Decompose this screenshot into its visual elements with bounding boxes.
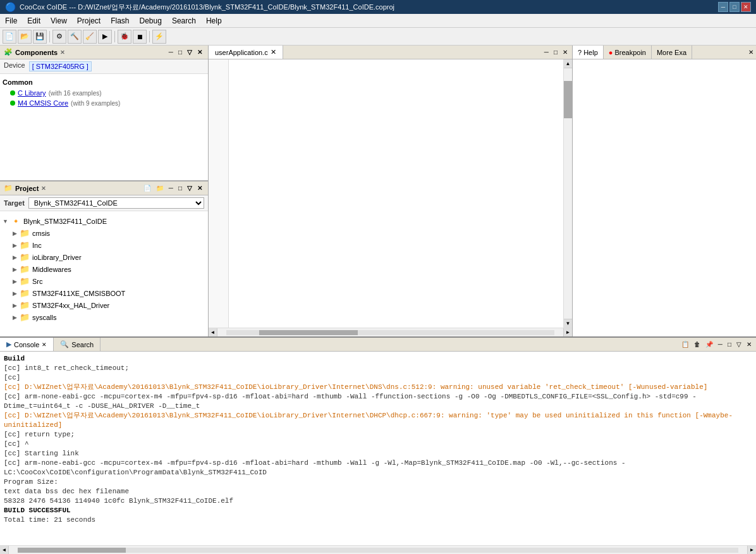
project-close[interactable]: ✕ — [195, 184, 204, 192]
toolbar-new[interactable]: 📄 — [3, 30, 16, 44]
toolbar-sep3 — [149, 31, 150, 42]
console-maximize[interactable]: □ — [726, 340, 733, 348]
vscroll-down[interactable]: ▼ — [564, 319, 572, 328]
editor-vscroll[interactable]: ▲ ▼ — [563, 59, 572, 328]
clib-label[interactable]: C Library — [18, 89, 46, 97]
minimize-button[interactable]: ─ — [718, 2, 728, 12]
menu-project[interactable]: Project — [72, 14, 106, 27]
titlebar-left: 🔵 CooCox CoIDE --- D:/WIZnet/업무자료/Academ… — [5, 2, 394, 12]
project-folder-src[interactable]: ▶📁Src — [3, 275, 205, 287]
toolbar-build[interactable]: 🔨 — [68, 30, 82, 44]
hscroll-thumb[interactable] — [259, 330, 358, 335]
project-minimize[interactable]: ─ — [167, 184, 175, 192]
code-content[interactable] — [229, 59, 563, 328]
console-btn3[interactable]: 📌 — [704, 340, 715, 348]
components-minimize[interactable]: ─ — [167, 48, 175, 56]
project-root: ▼ 🔸 Blynk_STM32F411_CoIDE ▶📁cmsis▶📁Inc▶📁… — [3, 214, 205, 324]
editor-tab-userapplication[interactable]: userApplication.c ✕ — [209, 46, 283, 59]
menu-view[interactable]: View — [46, 14, 72, 27]
menu-edit[interactable]: Edit — [22, 14, 46, 27]
right-tab-close[interactable]: ✕ — [748, 49, 756, 56]
console-copy[interactable]: 📋 — [680, 340, 691, 348]
menu-file[interactable]: File — [0, 14, 22, 27]
bottom-hscroll-track[interactable] — [18, 548, 738, 553]
editor-tab-close[interactable]: ✕ — [271, 48, 276, 56]
project-maximize[interactable]: □ — [176, 184, 184, 192]
project-folder-syscalls[interactable]: ▶📁syscalls — [3, 311, 205, 323]
bottom-hscroll-right[interactable]: ► — [747, 546, 756, 555]
maximize-button[interactable]: □ — [729, 2, 740, 12]
hscroll-left[interactable]: ◄ — [209, 328, 217, 337]
cmsis-note: (with 9 examples) — [71, 100, 120, 107]
project-close-icon[interactable]: ✕ — [41, 185, 46, 192]
right-tabs: ? Help ● Breakpoin More Exa ✕ — [573, 46, 756, 59]
editor-minimize[interactable]: ─ — [542, 48, 551, 56]
bottom-hscroll[interactable]: ◄ ► — [0, 545, 756, 554]
titlebar-controls: ─ □ ✕ — [718, 2, 751, 12]
menu-search[interactable]: Search — [167, 14, 201, 27]
toolbar-open[interactable]: 📂 — [18, 30, 32, 44]
project-folder-stm32f411xe_cmsisboot[interactable]: ▶📁STM32F411XE_CMSISBOOT — [3, 287, 205, 299]
target-select[interactable]: Blynk_STM32F411_CoIDE — [28, 197, 204, 209]
folder-icon: 📁 — [20, 312, 30, 322]
editor-maximize[interactable]: □ — [552, 48, 559, 56]
menu-flash[interactable]: Flash — [106, 14, 134, 27]
console-close[interactable]: ✕ — [745, 340, 753, 348]
hscroll-track[interactable] — [226, 330, 554, 335]
components-collapse[interactable]: ▽ — [185, 48, 194, 56]
cmsis-item[interactable]: M4 CMSIS Core (with 9 examples) — [3, 98, 205, 108]
close-button[interactable]: ✕ — [741, 2, 751, 12]
project-folder-inc[interactable]: ▶📁Inc — [3, 239, 205, 251]
hscroll-right[interactable]: ► — [563, 328, 572, 337]
components-close-icon[interactable]: ✕ — [60, 49, 65, 56]
editor-close[interactable]: ✕ — [561, 48, 570, 56]
project-folder-iolibrary_driver[interactable]: ▶📁ioLibrary_Driver — [3, 251, 205, 263]
toolbar-debug[interactable]: 🐞 — [118, 30, 131, 44]
target-label: Target — [4, 199, 25, 207]
menu-debug[interactable]: Debug — [135, 14, 167, 27]
right-tab-breakpoints[interactable]: ● Breakpoin — [604, 46, 652, 59]
vscroll-thumb[interactable] — [564, 81, 572, 118]
toolbar-clean[interactable]: 🧹 — [83, 30, 97, 44]
vscroll-track[interactable] — [564, 68, 572, 319]
bottom-tab-search[interactable]: 🔍 Search — [54, 338, 101, 351]
console-collapse[interactable]: ▽ — [735, 340, 743, 348]
console-minimize[interactable]: ─ — [716, 340, 724, 348]
toolbar-compile[interactable]: ⚙ — [52, 30, 66, 44]
toolbar-flash[interactable]: ⚡ — [152, 30, 166, 44]
toolbar-save[interactable]: 💾 — [33, 30, 47, 44]
right-close-icon[interactable]: ✕ — [748, 49, 753, 56]
project-root-folder[interactable]: ▼ 🔸 Blynk_STM32F411_CoIDE — [3, 215, 205, 227]
right-tab-help[interactable]: ? Help — [573, 46, 604, 59]
editor-hscroll[interactable]: ◄ ► — [209, 328, 572, 336]
bottom-tab-console[interactable]: ▶ Console ✕ — [0, 338, 54, 351]
clib-item[interactable]: C Library (with 16 examples) — [3, 88, 205, 98]
console-lines: [cc] int8_t ret_check_timeout;[cc][cc] D… — [4, 364, 752, 525]
components-panel: 🧩 Components ✕ ─ □ ▽ ✕ Device [ STM32F40… — [0, 46, 208, 182]
menu-help[interactable]: Help — [201, 14, 227, 27]
device-value[interactable]: [ STM32F405RG ] — [29, 61, 92, 71]
toolbar-run[interactable]: ▶ — [98, 30, 112, 44]
project-root-label[interactable]: Blynk_STM32F411_CoIDE — [23, 218, 107, 225]
folder-arrow: ▶ — [13, 230, 17, 237]
folder-arrow: ▶ — [13, 314, 17, 321]
bottom-hscroll-left[interactable]: ◄ — [0, 546, 9, 555]
project-collapse[interactable]: ▽ — [185, 184, 194, 192]
project-folder-cmsis[interactable]: ▶📁cmsis — [3, 227, 205, 239]
folder-label: cmsis — [32, 230, 50, 237]
project-newfolder[interactable]: 📁 — [154, 184, 166, 192]
components-maximize[interactable]: □ — [176, 48, 184, 56]
components-title: Components — [15, 49, 58, 56]
console-tab-close[interactable]: ✕ — [42, 342, 47, 348]
bottom-hscroll-thumb[interactable] — [18, 548, 126, 553]
vscroll-up[interactable]: ▲ — [564, 59, 572, 68]
project-folder-middlewares[interactable]: ▶📁Middlewares — [3, 263, 205, 275]
right-tab-more[interactable]: More Exa — [652, 46, 692, 59]
project-folder-stm32f4xx_hal_driver[interactable]: ▶📁STM32F4xx_HAL_Driver — [3, 299, 205, 311]
toolbar-stop[interactable]: ⏹ — [133, 30, 147, 44]
console-clear[interactable]: 🗑 — [692, 340, 702, 348]
components-close[interactable]: ✕ — [195, 48, 204, 56]
project-newfile[interactable]: 📄 — [142, 184, 153, 192]
cmsis-label[interactable]: M4 CMSIS Core — [18, 99, 68, 107]
components-header-left: 🧩 Components ✕ — [4, 48, 65, 56]
